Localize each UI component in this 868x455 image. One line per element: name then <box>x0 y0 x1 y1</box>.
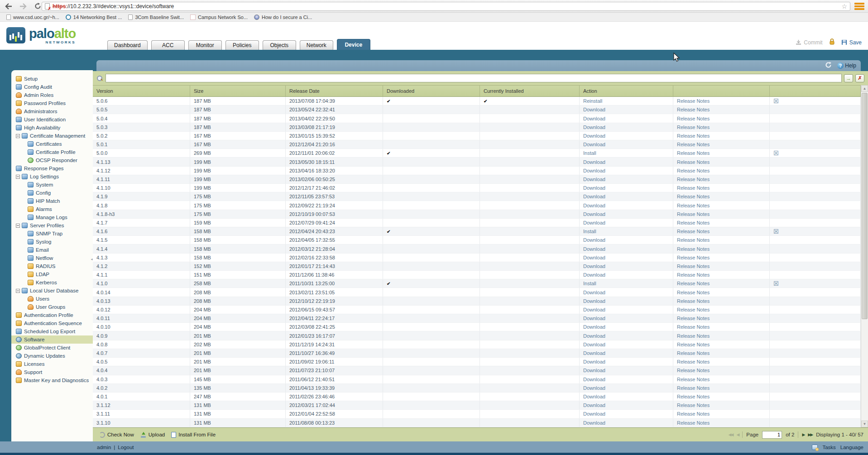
release-notes-link[interactable]: Release Notes <box>677 263 710 269</box>
release-notes-link[interactable]: Release Notes <box>677 342 710 347</box>
release-notes-link[interactable]: Release Notes <box>677 211 710 217</box>
tab-objects[interactable]: Objects <box>263 40 296 50</box>
browser-menu-icon[interactable] <box>854 3 864 10</box>
release-notes-link[interactable]: Release Notes <box>677 394 710 399</box>
scroll-down-icon[interactable]: ▼ <box>861 421 868 427</box>
download-link[interactable]: Download <box>583 350 605 356</box>
release-notes-link[interactable]: Release Notes <box>677 385 710 391</box>
commit-button[interactable]: Commit <box>796 39 822 46</box>
collapse-box-icon[interactable] <box>16 289 20 293</box>
release-notes-link[interactable]: Release Notes <box>677 359 710 364</box>
sidebar-item-kerberos[interactable]: Kerberos <box>11 278 93 287</box>
sidebar-item-licenses[interactable]: Licenses <box>11 360 93 368</box>
download-link[interactable]: Download <box>583 142 605 147</box>
bookmark-item[interactable]: Campus Network So... <box>190 14 248 20</box>
column-header-extra6[interactable] <box>673 86 770 96</box>
download-link[interactable]: Download <box>583 177 605 182</box>
download-link[interactable]: Download <box>583 194 605 199</box>
release-notes-link[interactable]: Release Notes <box>677 159 710 165</box>
download-link[interactable]: Download <box>583 333 605 339</box>
clear-filter-button[interactable]: ✗ <box>855 74 864 82</box>
download-link[interactable]: Download <box>583 237 605 243</box>
download-link[interactable]: Download <box>583 133 605 139</box>
release-notes-link[interactable]: Release Notes <box>677 290 710 295</box>
download-link[interactable]: Download <box>583 411 605 417</box>
download-link[interactable]: Download <box>583 107 605 112</box>
remove-image-icon[interactable]: ☒ <box>773 228 779 235</box>
download-link[interactable]: Download <box>583 220 605 225</box>
install-link[interactable]: Install <box>583 229 596 234</box>
remove-image-icon[interactable]: ☒ <box>773 98 779 105</box>
download-link[interactable]: Download <box>583 168 605 173</box>
release-notes-link[interactable]: Release Notes <box>677 133 710 139</box>
sidebar-item-globalprotect-client[interactable]: GlobalProtect Client <box>11 344 93 352</box>
reinstall-link[interactable]: Reinstall <box>583 98 602 104</box>
download-link[interactable]: Download <box>583 316 605 321</box>
column-header-downloaded[interactable]: Downloaded <box>383 86 480 96</box>
logout-link[interactable]: Logout <box>118 445 134 450</box>
sidebar-item-password-profiles[interactable]: Password Profiles <box>11 99 93 107</box>
sidebar-item-alarms[interactable]: Alarms <box>11 205 93 213</box>
release-notes-link[interactable]: Release Notes <box>677 411 710 417</box>
collapse-box-icon[interactable] <box>16 175 20 179</box>
sidebar-item-dynamic-updates[interactable]: Dynamic Updates <box>11 352 93 360</box>
collapse-box-icon[interactable] <box>16 134 20 138</box>
download-link[interactable]: Download <box>583 402 605 408</box>
vertical-scrollbar[interactable]: ▲ ▼ <box>861 85 868 427</box>
sidebar-item-server-profiles[interactable]: Server Profiles <box>11 221 93 230</box>
release-notes-link[interactable]: Release Notes <box>677 168 710 173</box>
release-notes-link[interactable]: Release Notes <box>677 377 710 382</box>
sidebar-item-users[interactable]: Users <box>11 295 93 303</box>
release-notes-link[interactable]: Release Notes <box>677 116 710 121</box>
release-notes-link[interactable]: Release Notes <box>677 255 710 260</box>
tab-dashboard[interactable]: Dashboard <box>107 40 148 50</box>
sidebar-item-authentication-profile[interactable]: Authentication Profile <box>11 311 93 319</box>
sidebar-item-local-user-database[interactable]: Local User Database <box>11 287 93 295</box>
release-notes-link[interactable]: Release Notes <box>677 194 710 199</box>
download-link[interactable]: Download <box>583 263 605 269</box>
download-link[interactable]: Download <box>583 125 605 130</box>
release-notes-link[interactable]: Release Notes <box>677 307 710 312</box>
download-link[interactable]: Download <box>583 255 605 260</box>
bookmark-item[interactable]: How do I secure a Ci... <box>254 14 312 20</box>
column-header-currently-installed[interactable]: Currently Installed <box>480 86 580 96</box>
sidebar-item-user-identification[interactable]: User Identification <box>11 115 93 124</box>
release-notes-link[interactable]: Release Notes <box>677 402 710 408</box>
collapse-box-icon[interactable] <box>16 224 20 228</box>
sidebar-item-certificate-management[interactable]: Certificate Management <box>11 132 93 140</box>
sidebar-item-config-audit[interactable]: Config Audit <box>11 83 93 91</box>
column-header-action[interactable]: Action <box>580 86 673 96</box>
sidebar-item-log-config[interactable]: Config <box>11 189 93 197</box>
release-notes-link[interactable]: Release Notes <box>677 420 710 426</box>
column-header-version[interactable]: Version <box>93 86 190 96</box>
sidebar-item-certificates[interactable]: Certificates <box>11 140 93 148</box>
browser-back-icon[interactable] <box>3 1 14 11</box>
column-header-extra7[interactable] <box>770 86 861 96</box>
release-notes-link[interactable]: Release Notes <box>677 185 710 191</box>
download-link[interactable]: Download <box>583 324 605 330</box>
sidebar-item-syslog[interactable]: Syslog <box>11 238 93 246</box>
release-notes-link[interactable]: Release Notes <box>677 203 710 208</box>
sidebar-item-software[interactable]: Software <box>11 335 93 344</box>
sidebar-item-hip-match[interactable]: HIP Match <box>11 197 93 205</box>
install-from-file-button[interactable]: Install From File <box>171 432 216 438</box>
upload-button[interactable]: Upload <box>140 432 165 438</box>
sidebar-item-email[interactable]: Email <box>11 246 93 254</box>
tab-monitor[interactable]: Monitor <box>188 40 222 50</box>
release-notes-link[interactable]: Release Notes <box>677 150 710 156</box>
bookmark-star-icon[interactable]: ☆ <box>841 3 847 10</box>
sidebar-item-authentication-sequence[interactable]: Authentication Sequence <box>11 319 93 327</box>
install-link[interactable]: Install <box>583 281 596 286</box>
release-notes-link[interactable]: Release Notes <box>677 350 710 356</box>
download-link[interactable]: Download <box>583 307 605 312</box>
release-notes-link[interactable]: Release Notes <box>677 125 710 130</box>
download-link[interactable]: Download <box>583 203 605 208</box>
release-notes-link[interactable]: Release Notes <box>677 98 710 104</box>
download-link[interactable]: Download <box>583 272 605 278</box>
download-link[interactable]: Download <box>583 420 605 426</box>
remove-image-icon[interactable]: ☒ <box>773 280 779 287</box>
sidebar-item-high-availability[interactable]: High Availability <box>11 124 93 132</box>
tasks-icon[interactable] <box>812 445 818 450</box>
column-header-release-date[interactable]: Release Date <box>286 86 383 96</box>
release-notes-link[interactable]: Release Notes <box>677 368 710 373</box>
